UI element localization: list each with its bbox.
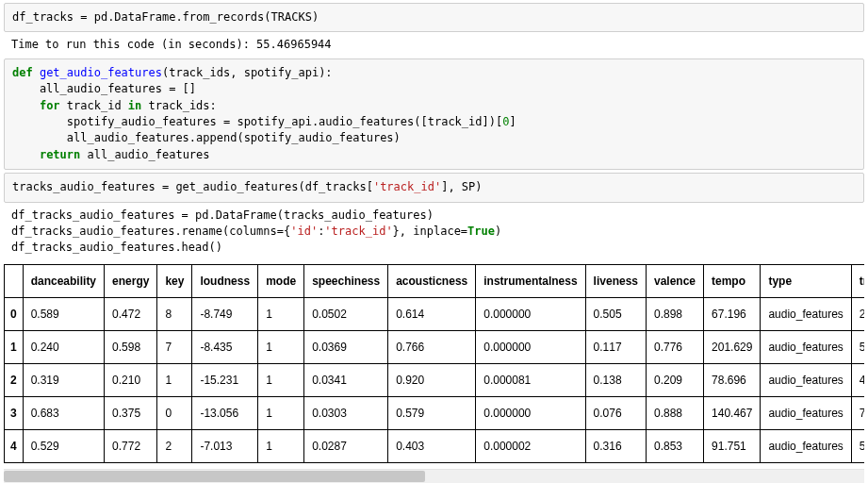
cell: 0.076	[585, 396, 646, 429]
code-line: }, inplace=	[393, 225, 467, 238]
string-literal: 'id'	[290, 225, 318, 238]
code-line: )	[495, 225, 501, 238]
col-header: instrumentalness	[476, 264, 585, 297]
cell: 0.209	[646, 363, 703, 396]
cell: 0.598	[105, 330, 157, 363]
col-header: loudness	[192, 264, 258, 297]
code-line: df_tracks_audio_features.head()	[11, 241, 222, 254]
cell: 0.766	[388, 330, 476, 363]
col-header: type	[761, 264, 851, 297]
table-row: 40.5290.7722-7.01310.02870.4030.0000020.…	[5, 429, 865, 462]
keyword-in: in	[128, 99, 141, 112]
cell: 0.210	[105, 363, 157, 396]
keyword-for: for	[40, 99, 60, 112]
cell: 0.138	[585, 363, 646, 396]
cell: 8	[157, 297, 192, 330]
cell: 1	[258, 429, 304, 462]
indent	[12, 148, 40, 161]
cell: 0.772	[105, 429, 157, 462]
col-header: mode	[258, 264, 304, 297]
cell: 0.0502	[304, 297, 388, 330]
cell: 0.529	[23, 429, 104, 462]
cell: 0.505	[585, 297, 646, 330]
cell: 2	[157, 429, 192, 462]
cell: 0.920	[388, 363, 476, 396]
cell: 0.000000	[476, 297, 585, 330]
horizontal-scrollbar[interactable]	[4, 469, 864, 483]
keyword-true: True	[467, 225, 495, 238]
cell: 140.467	[704, 396, 761, 429]
code-line: ], SP)	[441, 180, 482, 193]
cell: 0.117	[585, 330, 646, 363]
dataframe-table: danceability energy key loudness mode sp…	[4, 264, 864, 463]
cell: 0.472	[105, 297, 157, 330]
cell: 0.898	[646, 297, 703, 330]
cell: 0.614	[388, 297, 476, 330]
cell: 2EjXfH91m7f8HiJN1yQ	[851, 297, 864, 330]
table-row: 10.2400.5987-8.43510.03690.7660.0000000.…	[5, 330, 865, 363]
code-line: spotify_audio_features = spotify_api.aud…	[12, 115, 502, 128]
indent	[12, 99, 40, 112]
keyword-def: def	[12, 66, 33, 79]
code-line: track_ids:	[141, 99, 216, 112]
output-timing: Time to run this code (in seconds): 55.4…	[4, 35, 864, 55]
cell: -15.231	[192, 363, 258, 396]
cell: 0.375	[105, 396, 157, 429]
cell: 0.000000	[476, 330, 585, 363]
cell: 0.0287	[304, 429, 388, 462]
cell: 1	[258, 330, 304, 363]
row-index: 2	[5, 363, 24, 396]
cell: 77khP2fIVhSW23Nwxn	[851, 396, 864, 429]
cell: 0.589	[23, 297, 104, 330]
cell: 5hsIUAKq9I9CG2bAuII	[851, 330, 864, 363]
cell: 0.683	[23, 396, 104, 429]
cell: 0.888	[646, 396, 703, 429]
keyword-return: return	[40, 148, 80, 161]
cell: 0.403	[388, 429, 476, 462]
code-line: all_audio_features = []	[12, 82, 196, 95]
dataframe-output: danceability energy key loudness mode sp…	[4, 264, 864, 463]
cell: 0.319	[23, 363, 104, 396]
col-header: track_id	[851, 264, 864, 297]
code-line: df_tracks_audio_features.rename(columns=…	[11, 225, 290, 238]
cell: 0.0303	[304, 396, 388, 429]
scrollbar-thumb[interactable]	[4, 471, 425, 482]
table-row: 00.5890.4728-8.74910.05020.6140.0000000.…	[5, 297, 865, 330]
cell: 1	[258, 396, 304, 429]
code-line: df_tracks = pd.DataFrame.from_records(TR…	[12, 10, 319, 24]
code-cell-3: tracks_audio_features = get_audio_featur…	[4, 173, 864, 202]
code-cell-4: df_tracks_audio_features = pd.DataFrame(…	[4, 206, 864, 258]
code-line: df_tracks_audio_features = pd.DataFrame(…	[11, 208, 434, 222]
cell: -8.435	[192, 330, 258, 363]
cell: 7	[157, 330, 192, 363]
code-line: tracks_audio_features = get_audio_featur…	[12, 180, 373, 193]
cell: 5ASM6Qjiav2xPe7gRk	[851, 429, 864, 462]
cell: audio_features	[761, 297, 851, 330]
cell: audio_features	[761, 429, 851, 462]
cell: 1	[157, 363, 192, 396]
cell: 67.196	[704, 297, 761, 330]
col-header: tempo	[704, 264, 761, 297]
cell: 0.0369	[304, 330, 388, 363]
col-header: danceability	[23, 264, 104, 297]
col-header: key	[157, 264, 192, 297]
cell: -13.056	[192, 396, 258, 429]
code-line: ]	[509, 115, 516, 128]
cell: 1	[258, 297, 304, 330]
col-header: acousticness	[388, 264, 476, 297]
row-index: 1	[5, 330, 24, 363]
cell: 0.776	[646, 330, 703, 363]
cell: 91.751	[704, 429, 761, 462]
function-name: get_audio_features	[40, 66, 162, 79]
cell: -8.749	[192, 297, 258, 330]
table-row: 30.6830.3750-13.05610.03030.5790.0000000…	[5, 396, 865, 429]
cell: 0.316	[585, 429, 646, 462]
cell: 0	[157, 396, 192, 429]
col-header: speechiness	[304, 264, 388, 297]
cell: 0.000000	[476, 396, 585, 429]
col-header: valence	[646, 264, 703, 297]
row-index: 4	[5, 429, 24, 462]
cell: 201.629	[704, 330, 761, 363]
loop-var: track_id	[67, 99, 122, 112]
code-line: all_audio_features	[80, 148, 209, 161]
